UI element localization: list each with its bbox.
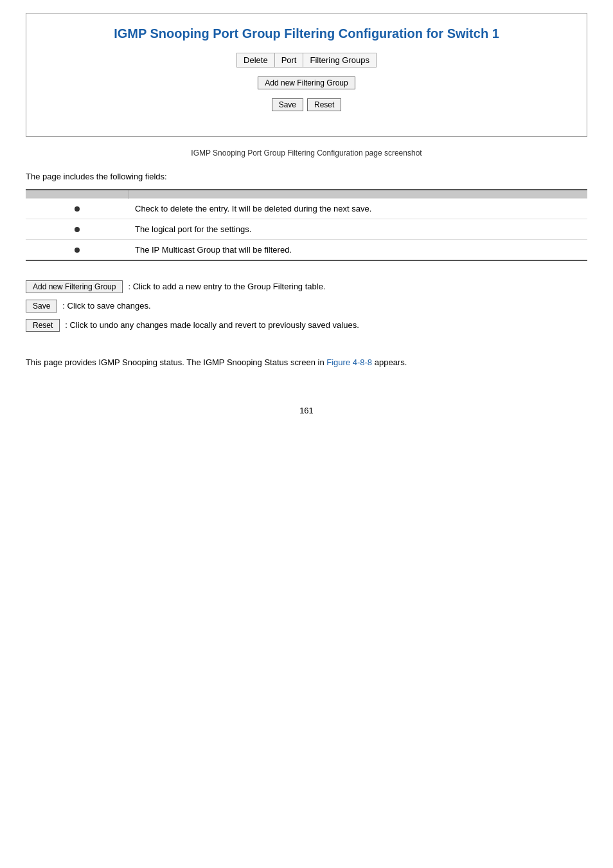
bullet-icon (75, 227, 80, 232)
reset-btn-desc-row: Reset : Click to undo any changes made l… (26, 319, 587, 332)
header-port: Port (275, 53, 304, 67)
add-btn-desc-text: : Click to add a new entry to the Group … (128, 280, 325, 291)
bottom-note-text: This page provides IGMP Snooping status.… (26, 357, 326, 367)
reset-desc-button[interactable]: Reset (26, 319, 60, 332)
table-row: The IP Multicast Group that will be filt… (26, 240, 587, 261)
add-button-row: Add new Filtering Group (46, 77, 567, 89)
figure-link[interactable]: Figure 4-8-8 (326, 357, 372, 367)
screenshot-box: IGMP Snooping Port Group Filtering Confi… (26, 13, 587, 137)
add-new-filtering-group-desc-button[interactable]: Add new Filtering Group (26, 280, 123, 293)
button-descriptions: Add new Filtering Group : Click to add a… (26, 280, 587, 332)
field-bullet-cell (26, 240, 129, 261)
bottom-note: This page provides IGMP Snooping status.… (26, 357, 587, 367)
field-bullet-cell (26, 219, 129, 240)
table-header-row: Delete Port Filtering Groups (46, 53, 567, 68)
fields-table: Check to delete the entry. It will be de… (26, 189, 587, 261)
header-delete: Delete (237, 53, 275, 67)
save-button-screenshot[interactable]: Save (272, 98, 303, 111)
field-description-cell: Check to delete the entry. It will be de… (129, 199, 587, 219)
table-row: The logical port for the settings. (26, 219, 587, 240)
field-description-cell: The logical port for the settings. (129, 219, 587, 240)
screenshot-title: IGMP Snooping Port Group Filtering Confi… (46, 26, 567, 41)
bottom-note-after: appears. (372, 357, 407, 367)
page-number: 161 (26, 406, 587, 415)
bullet-icon (75, 248, 80, 253)
fields-intro: The page includes the following fields: (26, 172, 587, 181)
save-btn-desc-text: : Click to save changes. (62, 300, 150, 311)
save-btn-desc-row: Save : Click to save changes. (26, 300, 587, 312)
col1-header (26, 190, 129, 199)
screenshot-caption: IGMP Snooping Port Group Filtering Confi… (26, 149, 587, 158)
table-headers: Delete Port Filtering Groups (236, 53, 377, 68)
bullet-icon (75, 206, 80, 212)
save-reset-row: Save Reset (46, 98, 567, 111)
save-desc-button[interactable]: Save (26, 300, 57, 312)
add-new-filtering-group-button[interactable]: Add new Filtering Group (258, 77, 355, 89)
header-filtering-groups: Filtering Groups (303, 53, 375, 67)
field-bullet-cell (26, 199, 129, 219)
field-description-cell: The IP Multicast Group that will be filt… (129, 240, 587, 261)
reset-button-screenshot[interactable]: Reset (307, 98, 341, 111)
table-row: Check to delete the entry. It will be de… (26, 199, 587, 219)
col2-header (129, 190, 587, 199)
add-btn-desc-row: Add new Filtering Group : Click to add a… (26, 280, 587, 293)
reset-btn-desc-text: : Click to undo any changes made locally… (65, 319, 359, 330)
